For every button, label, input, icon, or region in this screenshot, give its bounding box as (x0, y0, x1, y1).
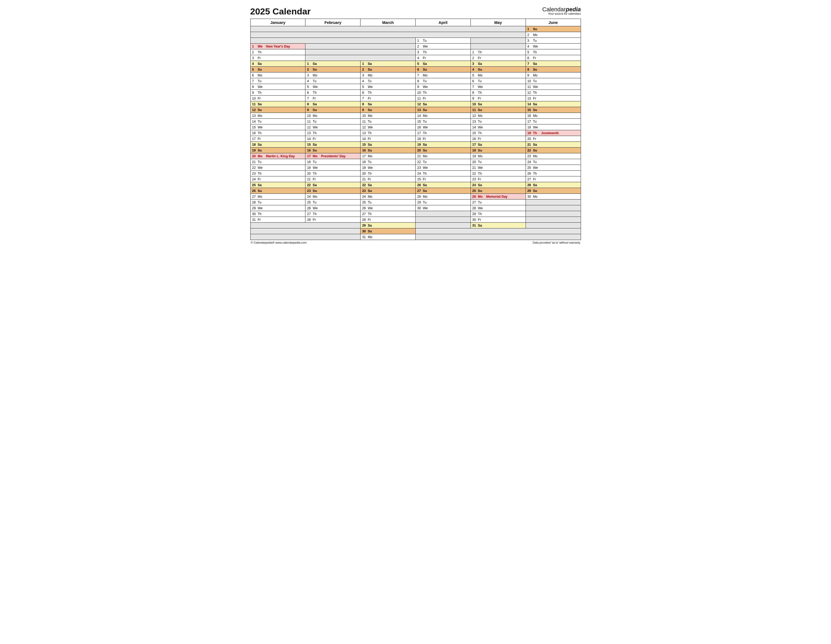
day-number: 12 (362, 126, 367, 129)
day-number: 27 (472, 201, 477, 204)
day-of-week: Sa (258, 183, 264, 187)
day-number: 23 (362, 189, 367, 193)
day-of-week: Su (478, 108, 484, 112)
day-of-week: Sa (368, 143, 374, 147)
day-number: 5 (527, 50, 532, 54)
day-cell: 25 Tu (361, 199, 416, 205)
day-cell: 24 Mo (361, 194, 416, 199)
day-cell: 16 Th (250, 130, 306, 136)
day-of-week: Su (423, 108, 429, 112)
day-number: 14 (307, 137, 312, 141)
day-of-week: Sa (313, 102, 319, 106)
day-of-week: Th (258, 172, 264, 175)
day-of-week: Th (313, 131, 319, 135)
day-of-week: Th (368, 172, 374, 175)
calendar-row: 9 Th6 Th6 Th10 Th8 Th12 Th (250, 90, 581, 96)
day-cell: 22 Sa (361, 182, 416, 188)
day-cell: 30 Su (361, 228, 416, 234)
day-cell: 13 Th (306, 130, 361, 136)
calendar-row: 31 Mo (250, 234, 581, 240)
day-of-week: Mo (478, 155, 484, 158)
calendar-row: 10 Fr7 Fr7 Fr11 Fr9 Fr13 Fr (250, 96, 581, 101)
day-of-week: Mo (533, 114, 539, 118)
day-of-week: Mo (368, 195, 374, 198)
day-number: 13 (527, 97, 532, 100)
day-cell: 7 We (470, 84, 525, 90)
empty-cell (416, 228, 581, 234)
day-number: 7 (362, 97, 367, 100)
holiday-name: Presidents' Day (321, 155, 345, 158)
day-number: 14 (252, 120, 257, 123)
day-number: 28 (417, 195, 422, 198)
day-cell: 30 Th (250, 211, 306, 217)
day-number: 28 (307, 218, 312, 222)
day-cell: 14 Tu (250, 119, 306, 124)
empty-cell (306, 44, 416, 49)
day-of-week: Fr (533, 56, 539, 60)
day-number: 24 (472, 183, 477, 187)
empty-cell (416, 217, 470, 223)
day-number: 10 (362, 114, 367, 118)
day-of-week: We (423, 206, 429, 210)
day-cell: 26 Su (250, 188, 306, 194)
day-cell: 18 Tu (306, 159, 361, 165)
day-number: 17 (527, 120, 532, 123)
day-number: 4 (362, 79, 367, 83)
day-of-week: Fr (258, 218, 264, 222)
day-number: 13 (362, 131, 367, 135)
day-of-week: Sa (313, 183, 319, 187)
day-of-week: Fr (423, 137, 429, 141)
day-number: 2 (472, 56, 477, 60)
day-cell: 29 Su (525, 188, 581, 194)
holiday-name: Martin L. King Day (266, 155, 295, 158)
day-number: 24 (417, 172, 422, 175)
day-of-week: Th (258, 91, 264, 94)
calendar-row: 20 Mo Martin L. King Day17 Mo Presidents… (250, 153, 581, 159)
day-of-week: Fr (423, 177, 429, 181)
day-of-week: Su (258, 148, 264, 152)
day-of-week: Sa (533, 62, 539, 65)
day-of-week: Th (368, 212, 374, 216)
day-cell: 9 Th (250, 90, 306, 96)
day-of-week: We (533, 85, 539, 89)
day-of-week: Su (313, 108, 319, 112)
day-cell: 3 Mo (306, 72, 361, 78)
month-header: March (361, 19, 416, 26)
day-cell: 25 Fr (416, 177, 470, 182)
day-of-week: We (258, 45, 264, 48)
day-number: 17 (362, 155, 367, 158)
day-cell: 6 Tu (470, 78, 525, 84)
day-number: 3 (362, 73, 367, 77)
day-number: 27 (307, 212, 312, 216)
day-number: 10 (307, 114, 312, 118)
day-cell: 22 Th (470, 171, 525, 177)
day-cell: 15 Sa (306, 142, 361, 148)
day-cell: 18 Su (470, 148, 525, 153)
day-number: 5 (472, 73, 477, 77)
day-cell: 27 Mo (250, 194, 306, 199)
day-of-week: Fr (313, 218, 319, 222)
day-of-week: Sa (313, 143, 319, 147)
day-number: 22 (417, 160, 422, 164)
day-cell: 27 Th (361, 211, 416, 217)
brand-name: Calendarpedia (542, 6, 581, 12)
day-cell: 5 We (306, 84, 361, 90)
calendar-row: 2 Mo (250, 32, 581, 38)
day-number: 25 (527, 166, 532, 170)
day-of-week: We (478, 126, 484, 129)
day-cell: 10 Mo (361, 113, 416, 119)
day-number: 1 (417, 39, 422, 43)
day-cell: 26 We (361, 205, 416, 211)
day-cell: 24 Mo (306, 194, 361, 199)
day-number: 4 (472, 68, 477, 72)
day-of-week: Th (423, 172, 429, 175)
day-cell: 10 Th (416, 90, 470, 96)
day-of-week: We (533, 45, 539, 48)
day-cell: 9 Su (361, 107, 416, 113)
day-cell: 19 We (361, 165, 416, 171)
calendar-row: 30 Su (250, 228, 581, 234)
day-cell: 11 Fr (416, 96, 470, 101)
day-of-week: Sa (533, 183, 539, 187)
day-of-week: We (533, 166, 539, 170)
day-number: 27 (362, 212, 367, 216)
